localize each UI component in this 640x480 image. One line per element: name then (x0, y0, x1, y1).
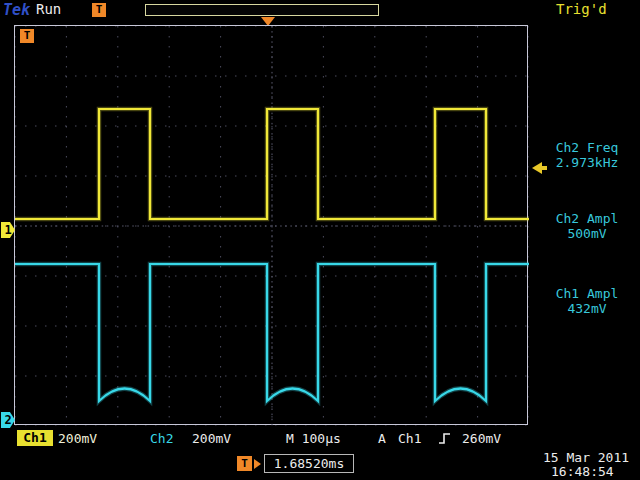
time-readout: 16:48:54 (551, 464, 614, 479)
ch1-scale-badge: Ch1 (17, 430, 53, 446)
rising-edge-slope-icon (438, 432, 452, 445)
trigger-level-readout: 260mV (462, 431, 501, 446)
measurement-ch1-ampl: Ch1 Ampl 432mV (534, 286, 640, 316)
timebase-readout: M 100µs (286, 431, 341, 446)
trigger-time-readout: 1.68520ms (264, 454, 354, 473)
oscilloscope-screen: Tek Run T Trig'd T 1 2 Ch2 Freq 2.973kHz… (0, 0, 640, 480)
measurement-ch2-freq: Ch2 Freq 2.973kHz (534, 140, 640, 170)
measurement-label: Ch1 Ampl (534, 286, 640, 301)
measurement-value: 432mV (534, 301, 640, 316)
trigger-t-badge-icon: T (92, 3, 106, 17)
tek-logo: Tek (3, 1, 30, 19)
acquisition-status: Run (36, 1, 61, 17)
ch1-ground-marker-icon: 1 (1, 222, 15, 238)
trigger-time-arrow-icon (254, 459, 261, 469)
measurement-value: 500mV (534, 226, 640, 241)
status-bar: Ch1 200mV Ch2 200mV M 100µs A Ch1 260mV (0, 429, 640, 449)
measurement-ch2-ampl: Ch2 Ampl 500mV (534, 211, 640, 241)
ch1-scale-value: 200mV (58, 431, 97, 446)
horizontal-position-bar (145, 4, 379, 16)
ch2-ground-marker-icon: 2 (1, 412, 15, 428)
trigger-status: Trig'd (556, 1, 607, 17)
trigger-prefix: A (378, 431, 386, 446)
measurement-label: Ch2 Ampl (534, 211, 640, 226)
graticule: T (14, 25, 528, 425)
measurement-label: Ch2 Freq (534, 140, 640, 155)
ch2-scale-value: 200mV (192, 431, 231, 446)
trigger-flag-icon: T (20, 29, 34, 43)
measurement-value: 2.973kHz (534, 155, 640, 170)
ch2-scale-label: Ch2 (150, 431, 173, 446)
date-readout: 15 Mar 2011 (543, 450, 629, 465)
trigger-source: Ch1 (398, 431, 421, 446)
waveform-display (15, 26, 529, 426)
trigger-time-t-badge-icon: T (237, 456, 252, 471)
